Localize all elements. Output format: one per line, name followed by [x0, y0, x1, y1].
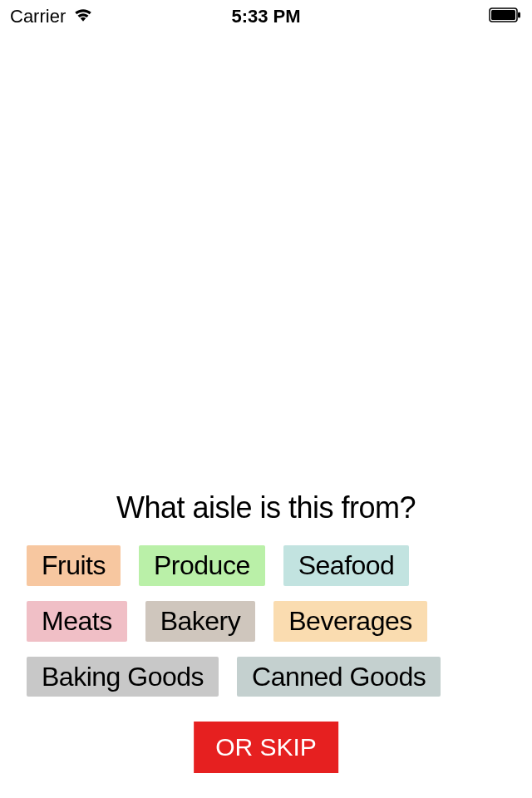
tag-fruits[interactable]: Fruits [27, 545, 121, 586]
main-content: What aisle is this from? FruitsProduceSe… [0, 490, 532, 697]
tag-container: FruitsProduceSeafoodMeatsBakeryBeverages… [27, 545, 505, 697]
tag-baking-goods[interactable]: Baking Goods [27, 657, 219, 697]
status-bar: Carrier 5:33 PM [0, 0, 532, 33]
tag-seafood[interactable]: Seafood [283, 545, 410, 586]
status-time: 5:33 PM [231, 6, 300, 27]
tag-produce[interactable]: Produce [139, 545, 265, 586]
tag-canned-goods[interactable]: Canned Goods [237, 657, 441, 697]
status-left: Carrier [10, 6, 94, 27]
wifi-icon [72, 6, 94, 27]
carrier-label: Carrier [10, 6, 66, 27]
battery-icon [489, 6, 522, 27]
question-text: What aisle is this from? [27, 490, 505, 525]
status-right [489, 6, 522, 27]
tag-beverages[interactable]: Beverages [273, 601, 426, 642]
svg-rect-1 [491, 10, 515, 20]
skip-button[interactable]: OR SKIP [194, 722, 338, 773]
svg-rect-2 [518, 12, 520, 18]
tag-bakery[interactable]: Bakery [145, 601, 256, 642]
tag-meats[interactable]: Meats [27, 601, 127, 642]
